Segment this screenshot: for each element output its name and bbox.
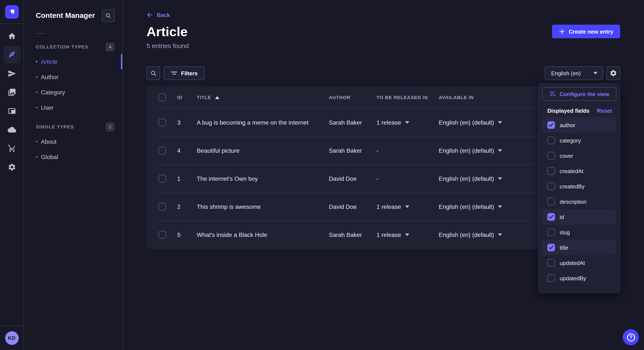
- reset-link[interactable]: Reset: [597, 108, 612, 114]
- sidebar-item-user[interactable]: User: [24, 100, 122, 115]
- sidebar-item-label: Category: [41, 89, 65, 96]
- configure-list-icon: [550, 91, 556, 97]
- subnav-divider: [36, 33, 46, 34]
- sort-asc-icon: [215, 96, 219, 99]
- nav-cloud-icon[interactable]: [3, 121, 20, 138]
- search-button[interactable]: [146, 66, 160, 80]
- row-checkbox[interactable]: [158, 147, 166, 154]
- user-menu[interactable]: KD: [0, 326, 24, 350]
- bullet-icon: [36, 76, 38, 78]
- locale-value: English (en): [551, 70, 581, 76]
- sidebar-item-category[interactable]: Category: [24, 85, 122, 100]
- checkbox-icon[interactable]: [547, 121, 555, 129]
- chevron-down-icon[interactable]: [498, 205, 502, 208]
- column-header-title[interactable]: TITLE: [197, 95, 329, 100]
- nav-content-type-builder-icon[interactable]: [3, 103, 20, 120]
- row-checkbox[interactable]: [158, 119, 166, 126]
- chevron-down-icon[interactable]: [498, 121, 502, 124]
- column-header-author[interactable]: AUTHOR: [329, 95, 376, 100]
- table-toolbar: Filters English (en): [146, 66, 620, 80]
- sidebar-item-author[interactable]: Author: [24, 69, 122, 85]
- filters-button[interactable]: Filters: [164, 66, 205, 80]
- select-all-checkbox[interactable]: [158, 94, 166, 101]
- sidebar-item-global[interactable]: Global: [24, 149, 122, 165]
- row-checkbox[interactable]: [158, 203, 166, 210]
- sidebar-item-label: Global: [41, 154, 58, 160]
- nav-content-manager-icon[interactable]: [3, 46, 20, 63]
- user-avatar[interactable]: KD: [5, 331, 18, 345]
- cell-author: David Doe: [329, 203, 376, 210]
- chevron-down-icon[interactable]: [498, 177, 502, 180]
- row-checkbox[interactable]: [158, 231, 166, 239]
- nav-releases-icon[interactable]: [3, 65, 20, 82]
- chevron-down-icon[interactable]: [498, 233, 502, 236]
- single-types-label: SINGLE TYPES: [36, 124, 74, 129]
- cell-released: 1 release: [376, 203, 439, 210]
- nav-home-icon[interactable]: [3, 28, 20, 45]
- bullet-icon: [36, 107, 38, 108]
- checkbox-icon[interactable]: [547, 182, 555, 190]
- nav-marketplace-icon[interactable]: [3, 140, 20, 157]
- field-toggle-title[interactable]: title: [542, 240, 616, 255]
- field-toggle-createdAt[interactable]: createdAt: [542, 163, 616, 178]
- chevron-down-icon[interactable]: [405, 233, 409, 236]
- help-button[interactable]: ?: [623, 329, 639, 345]
- checkbox-icon[interactable]: [547, 213, 555, 221]
- locale-select[interactable]: English (en): [545, 66, 603, 80]
- cell-id: 5: [177, 231, 197, 238]
- chevron-down-icon[interactable]: [405, 205, 409, 208]
- configure-the-view-label: Configure the view: [560, 91, 609, 97]
- displayed-fields-list: author category cover createdAt createdB…: [542, 117, 616, 286]
- bullet-icon: [36, 141, 38, 143]
- cell-released: 1 release: [376, 119, 439, 126]
- sidebar-item-label: Article: [41, 58, 58, 65]
- field-toggle-updatedBy[interactable]: updatedBy: [542, 270, 616, 286]
- field-toggle-category[interactable]: category: [542, 133, 616, 148]
- subnav-search-button[interactable]: [102, 9, 114, 22]
- checkbox-icon[interactable]: [547, 167, 555, 175]
- subnav-title: Content Manager: [36, 11, 95, 20]
- checkbox-icon[interactable]: [547, 244, 555, 251]
- checkbox-icon[interactable]: [547, 274, 555, 282]
- bullet-icon: [36, 91, 38, 93]
- cell-released: -: [376, 175, 439, 182]
- sidebar-item-article[interactable]: Article: [24, 54, 122, 69]
- sidebar-item-label: User: [41, 104, 54, 111]
- field-toggle-slug[interactable]: slug: [542, 224, 616, 240]
- view-settings-button[interactable]: [606, 66, 620, 80]
- field-toggle-updatedAt[interactable]: updatedAt: [542, 255, 616, 270]
- filters-label: Filters: [181, 70, 198, 76]
- field-toggle-description[interactable]: description: [542, 194, 616, 209]
- field-toggle-id[interactable]: id: [542, 209, 616, 224]
- field-toggle-author[interactable]: author: [542, 117, 616, 133]
- filter-icon: [171, 70, 178, 76]
- configure-the-view-button[interactable]: Configure the view: [542, 87, 616, 101]
- workspace-logo-area[interactable]: [0, 0, 24, 24]
- chevron-down-icon[interactable]: [405, 121, 409, 124]
- checkbox-icon[interactable]: [547, 152, 555, 160]
- nav-settings-icon[interactable]: [3, 159, 20, 176]
- strapi-logo-icon: [5, 5, 18, 18]
- row-checkbox[interactable]: [158, 175, 166, 182]
- checkbox-icon[interactable]: [547, 137, 555, 144]
- checkbox-icon[interactable]: [547, 228, 555, 236]
- cell-author: Sarah Baker: [329, 119, 376, 126]
- checkbox-icon[interactable]: [547, 198, 555, 205]
- column-header-released[interactable]: TO BE RELEASED IN: [376, 95, 439, 100]
- field-toggle-cover[interactable]: cover: [542, 148, 616, 163]
- displayed-fields-title: Displayed fields: [547, 108, 590, 114]
- checkbox-icon[interactable]: [547, 259, 555, 267]
- back-link[interactable]: Back: [146, 11, 170, 18]
- create-new-entry-button[interactable]: Create new entry: [552, 25, 620, 38]
- field-toggle-createdBy[interactable]: createdBy: [542, 178, 616, 194]
- chevron-down-icon[interactable]: [498, 149, 502, 152]
- cell-title: A bug is becoming a meme on the internet: [197, 119, 329, 126]
- page-title: Article: [146, 24, 620, 39]
- nav-media-library-icon[interactable]: [3, 84, 20, 101]
- cell-author: Sarah Baker: [329, 147, 376, 154]
- plus-icon: [559, 28, 565, 35]
- column-header-id[interactable]: ID: [177, 95, 197, 100]
- collection-types-label: COLLECTION TYPES: [36, 44, 88, 49]
- collection-types-count-badge: 4: [106, 42, 114, 51]
- sidebar-item-about[interactable]: About: [24, 134, 122, 149]
